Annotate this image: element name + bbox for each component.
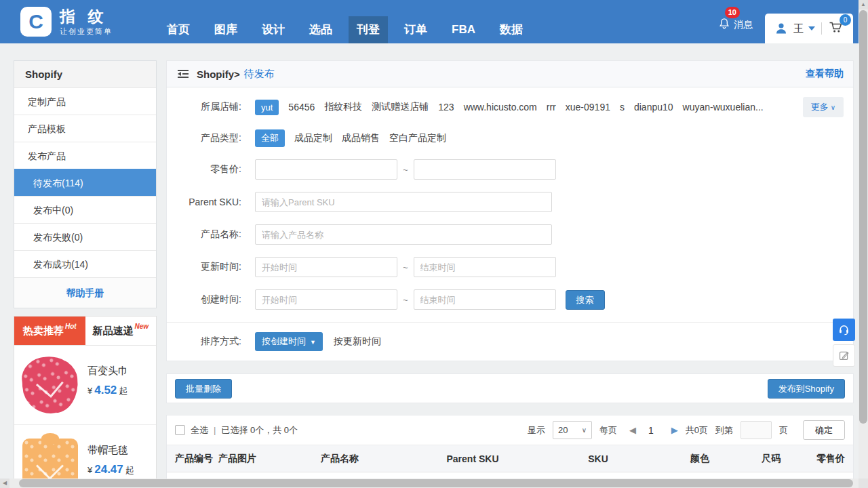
- vertical-scrollbar[interactable]: ▲: [859, 0, 868, 479]
- create-start-input[interactable]: [255, 289, 397, 310]
- parent-sku-label: Parent SKU:: [176, 197, 241, 207]
- shop-option-selected[interactable]: yut: [255, 100, 279, 115]
- confirm-page-button[interactable]: 确定: [803, 420, 845, 440]
- type-option[interactable]: 空白产品定制: [389, 132, 446, 144]
- type-filter-label: 产品类型:: [176, 132, 241, 144]
- sidebar-item-pending-publish[interactable]: 待发布(114): [14, 169, 156, 196]
- shop-filter-label: 所属店铺:: [176, 101, 241, 113]
- next-page-button[interactable]: ▶: [671, 425, 678, 435]
- goto-page-input[interactable]: [741, 421, 772, 439]
- type-option[interactable]: 成品销售: [342, 132, 380, 144]
- promo-product-bandana[interactable]: 百变头巾 ¥4.52起: [14, 346, 156, 425]
- shop-option[interactable]: wuyan-wuxuelian...: [683, 102, 764, 113]
- sidebar-help-link[interactable]: 帮助手册: [14, 277, 156, 308]
- page-size-select[interactable]: 20∨: [553, 421, 592, 439]
- publish-to-shopify-button[interactable]: 发布到Shopify: [768, 379, 845, 399]
- product-name-input[interactable]: [255, 224, 552, 245]
- show-label: 显示: [528, 424, 545, 436]
- shop-option[interactable]: s: [620, 102, 625, 113]
- vertical-scroll-thumb[interactable]: [859, 10, 867, 424]
- brand-slogan: 让创业更简单: [60, 26, 113, 37]
- shop-option[interactable]: 测试赠送店铺: [372, 101, 429, 113]
- search-button[interactable]: 搜索: [566, 290, 605, 310]
- promo-panel: 热卖推荐Hot 新品速递New 百变头巾 ¥4.52起 带帽毛毯: [14, 316, 157, 488]
- update-start-input[interactable]: [255, 257, 397, 277]
- update-time-label: 更新时间:: [176, 261, 241, 273]
- column-size: 尺码: [741, 453, 802, 465]
- logo-icon: C: [20, 7, 52, 37]
- nav-item-design[interactable]: 设计: [254, 16, 293, 43]
- nav-item-fba[interactable]: FBA: [443, 16, 484, 43]
- main-nav: 首页 图库 设计 选品 刊登 订单 FBA 数据: [155, 0, 535, 43]
- sidebar-item-custom-products[interactable]: 定制产品: [14, 87, 156, 115]
- nav-item-publish[interactable]: 刊登: [349, 16, 388, 43]
- create-end-input[interactable]: [414, 289, 556, 310]
- tab-hot-recommend[interactable]: 热卖推荐Hot: [14, 317, 85, 345]
- column-product-image: 产品图片: [218, 453, 271, 465]
- shop-option[interactable]: 56456: [288, 102, 315, 113]
- messages-button[interactable]: 10 消息: [718, 0, 753, 43]
- price-max-input[interactable]: [414, 159, 556, 180]
- breadcrumb-current[interactable]: 待发布: [244, 68, 275, 81]
- type-option-selected[interactable]: 全部: [255, 129, 285, 147]
- shop-option[interactable]: rrr: [547, 102, 556, 113]
- current-page-number: 1: [648, 425, 654, 436]
- filter-row-update-time: 更新时间: ~: [176, 257, 844, 277]
- sort-by-update-time-option[interactable]: 按更新时间: [334, 336, 381, 348]
- shop-option[interactable]: www.hicusto.com: [464, 102, 537, 113]
- caret-down-icon: ▼: [310, 339, 316, 346]
- more-shops-button[interactable]: 更多∨: [803, 97, 844, 117]
- collapse-sidebar-icon[interactable]: [176, 68, 190, 79]
- shop-option[interactable]: 123: [438, 102, 454, 113]
- total-pages-label: 共0页: [686, 424, 708, 436]
- feedback-button[interactable]: [833, 344, 855, 367]
- filter-row-sort: 排序方式: 按创建时间▼ 按更新时间: [176, 332, 844, 351]
- select-all-checkbox[interactable]: [175, 425, 185, 435]
- edit-icon: [838, 350, 850, 361]
- sidebar-title: Shopify: [14, 61, 156, 87]
- product-name: 带帽毛毯: [87, 444, 134, 457]
- nav-item-selection[interactable]: 选品: [301, 16, 340, 43]
- nav-item-gallery[interactable]: 图库: [206, 16, 245, 43]
- top-navigation-bar: C 指 纹 让创业更简单 首页 图库 设计 选品 刊登 订单 FBA 数据: [0, 0, 868, 43]
- user-menu-caret-icon[interactable]: [808, 26, 815, 30]
- sidebar-item-publish-products[interactable]: 发布产品: [14, 142, 156, 169]
- user-account-box[interactable]: 王 0: [765, 14, 853, 43]
- app-window: C 指 纹 让创业更简单 首页 图库 设计 选品 刊登 订单 FBA 数据: [0, 0, 868, 488]
- sidebar-item-publish-failed[interactable]: 发布失败(0): [14, 223, 156, 250]
- select-all-label[interactable]: 全选: [191, 424, 208, 436]
- product-price: ¥4.52起: [87, 384, 128, 397]
- chevron-down-icon: ∨: [831, 104, 835, 111]
- column-sku: SKU: [537, 453, 659, 464]
- type-option[interactable]: 成品定制: [294, 132, 332, 144]
- sidebar-item-publishing[interactable]: 发布中(0): [14, 196, 156, 223]
- tab-new-arrivals[interactable]: 新品速递New: [85, 317, 157, 345]
- price-filter-label: 零售价:: [176, 163, 241, 176]
- prev-page-button[interactable]: ◀: [629, 425, 636, 435]
- shop-option[interactable]: dianpu10: [634, 102, 673, 113]
- parent-sku-input[interactable]: [255, 192, 552, 212]
- create-time-label: 创建时间:: [176, 293, 241, 306]
- sort-label: 排序方式:: [176, 336, 241, 348]
- nav-item-data[interactable]: 数据: [492, 16, 531, 43]
- scroll-up-arrow[interactable]: ▲: [859, 0, 868, 9]
- sidebar-item-product-templates[interactable]: 产品模板: [14, 115, 156, 142]
- pagination-bar: 全选 | 已选择 0个，共 0个 显示 20∨ 每页 ◀ 1 ▶ 共0页 到第 …: [167, 415, 853, 445]
- sort-by-create-time-select[interactable]: 按创建时间▼: [255, 332, 323, 351]
- update-end-input[interactable]: [414, 257, 556, 277]
- view-help-link[interactable]: 查看帮助: [806, 68, 844, 80]
- customer-service-button[interactable]: [833, 319, 855, 341]
- cart-button[interactable]: 0: [829, 20, 844, 37]
- horizontal-scroll-thumb[interactable]: [19, 479, 853, 487]
- batch-delete-button[interactable]: 批量删除: [175, 379, 232, 399]
- messages-label: 消息: [734, 19, 753, 31]
- shop-option[interactable]: xue-09191: [566, 102, 610, 113]
- nav-item-home[interactable]: 首页: [159, 16, 198, 43]
- nav-item-orders[interactable]: 订单: [396, 16, 435, 43]
- filter-row-shop: 所属店铺: yut 56456 指纹科技 测试赠送店铺 123 www.hicu…: [176, 97, 844, 117]
- shop-option[interactable]: 指纹科技: [324, 101, 362, 113]
- horizontal-scrollbar[interactable]: ◀: [0, 479, 868, 488]
- scroll-left-arrow[interactable]: ◀: [0, 479, 9, 488]
- sidebar-item-publish-success[interactable]: 发布成功(14): [14, 250, 156, 277]
- price-min-input[interactable]: [255, 159, 397, 180]
